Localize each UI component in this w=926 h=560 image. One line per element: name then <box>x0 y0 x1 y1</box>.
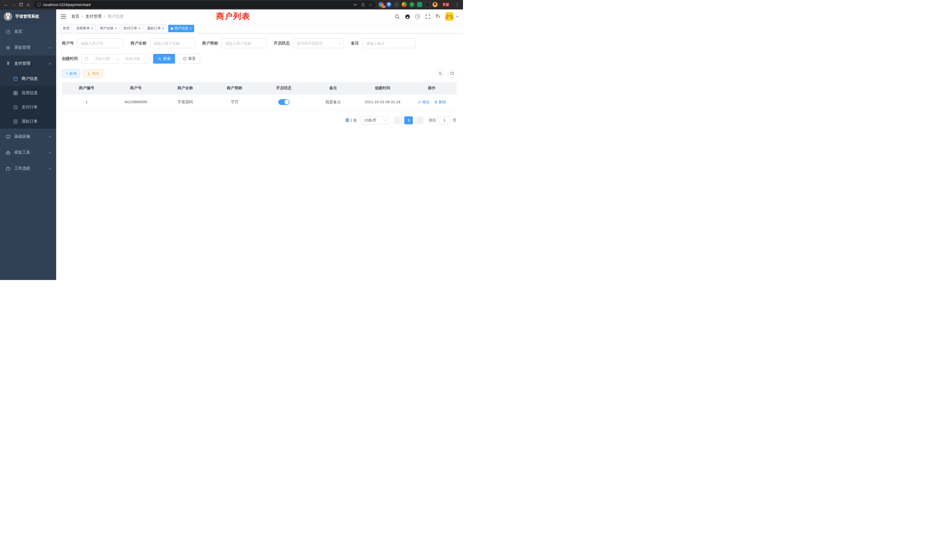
cell-create-time: 2021-10-23 08:31:14 <box>358 94 407 110</box>
goto-page-input[interactable] <box>439 117 451 124</box>
page-size-select[interactable]: 10条/页 <box>361 117 388 124</box>
short-name-input[interactable] <box>221 38 266 48</box>
text-size-icon[interactable]: TT <box>435 14 440 19</box>
share-icon[interactable] <box>361 3 365 7</box>
search-icon[interactable] <box>395 14 400 20</box>
goto-label: 前往 <box>429 118 436 123</box>
toolbox-icon <box>6 150 11 155</box>
extension-icon-3[interactable] <box>394 2 399 7</box>
breadcrumb-home[interactable]: 首页 <box>71 14 79 19</box>
help-icon[interactable]: ? <box>415 14 420 19</box>
sidebar-item-label: 支付订单 <box>22 104 38 110</box>
document-icon <box>13 119 18 124</box>
col-short-name: 商户简称 <box>210 82 259 94</box>
page-size-value: 10条/页 <box>364 118 377 123</box>
trash-icon <box>434 100 437 104</box>
extension-icon-6[interactable] <box>417 2 422 7</box>
avatar-caret-icon[interactable] <box>456 16 458 17</box>
grid-icon <box>13 91 18 95</box>
cell-merchant-id: 1 <box>62 94 111 110</box>
page-content: 商户号 商户全称 商户简称 开启状态 请选择开启状态 <box>56 33 463 280</box>
search-icon <box>438 71 442 76</box>
sidebar-item-merchant-info[interactable]: 商户信息 <box>0 71 56 86</box>
merchant-no-input[interactable] <box>77 38 123 48</box>
close-icon[interactable]: × <box>139 27 141 30</box>
address-bar[interactable]: i localhost:1024/pay/merchant ☆ <box>34 1 376 8</box>
status-toggle[interactable] <box>278 99 290 105</box>
tag-process-form[interactable]: 流程表单× <box>74 25 96 32</box>
sidebar-item-workflow[interactable]: 工作流程 <box>0 160 56 177</box>
remark-input[interactable] <box>362 38 415 48</box>
github-icon[interactable] <box>405 14 410 20</box>
browser-menu-icon[interactable]: ⋮ <box>454 2 461 7</box>
extension-icon-7[interactable] <box>425 2 430 7</box>
table-toolbar: + 新增 导出 <box>62 69 457 78</box>
payment-submenu: 商户信息 应用信息 支付订单 退款订单 <box>0 71 56 129</box>
sidebar-item-dev-tools[interactable]: 研发工具 <box>0 145 56 160</box>
breadcrumb-payment[interactable]: 支付管理 <box>86 14 101 19</box>
refresh-icon[interactable] <box>17 1 24 8</box>
create-time-range-picker[interactable]: 开始日期 - 结束日期 <box>81 54 150 64</box>
chevron-right-icon <box>418 119 421 122</box>
tag-pay-order[interactable]: 支付订单× <box>121 25 143 32</box>
url-text: localhost:1024/pay/merchant <box>43 3 351 7</box>
tag-refund-order[interactable]: 退款订单× <box>145 25 167 32</box>
extension-icon-5[interactable] <box>409 2 415 7</box>
sidebar-item-home[interactable]: 首页 <box>0 24 56 39</box>
export-button[interactable]: 导出 <box>83 69 103 78</box>
close-icon[interactable]: × <box>189 27 192 30</box>
page-1-button[interactable]: 1 <box>404 117 413 124</box>
sidebar-item-infrastructure[interactable]: 基础设施 <box>0 129 56 145</box>
extension-icon-4[interactable] <box>402 2 407 7</box>
sidebar-item-payment[interactable]: ¥ 支付管理 <box>0 56 56 71</box>
prev-page-button[interactable] <box>393 117 402 124</box>
bookmark-star-icon[interactable]: ☆ <box>369 3 372 7</box>
browser-profile-avatar[interactable] <box>433 2 437 7</box>
tag-home[interactable]: 首页 <box>60 25 72 32</box>
app-logo[interactable]: 芋道管理系统 <box>0 9 56 24</box>
sidebar-item-refund-order[interactable]: 退款订单 <box>0 114 56 129</box>
close-icon[interactable]: × <box>162 27 164 30</box>
sidebar-item-app-info[interactable]: 应用信息 <box>0 86 56 100</box>
home-icon[interactable]: ⌂ <box>24 1 32 8</box>
password-key-icon[interactable] <box>353 3 357 7</box>
refresh-table-button[interactable] <box>448 69 457 78</box>
col-actions: 操作 <box>407 82 457 94</box>
browser-update-button[interactable]: 更新 <box>440 1 452 8</box>
breadcrumb-current: 商户信息 <box>108 14 124 19</box>
chevron-left-icon <box>397 119 400 122</box>
status-select-placeholder: 请选择开启状态 <box>297 41 323 46</box>
full-name-input[interactable] <box>150 38 195 48</box>
close-icon[interactable]: × <box>115 27 117 30</box>
forward-icon[interactable]: → <box>10 1 17 8</box>
search-button[interactable]: 搜索 <box>153 54 175 64</box>
add-button[interactable]: + 新增 <box>62 69 80 78</box>
extension-icon-1[interactable]: 10 <box>378 2 384 7</box>
reset-button[interactable]: 重置 <box>178 54 200 64</box>
delete-link[interactable]: 删除 <box>434 100 446 104</box>
tag-merchant-info[interactable]: 商户信息× <box>168 25 194 32</box>
show-search-button[interactable] <box>436 69 445 78</box>
sidebar-item-system[interactable]: 系统管理 <box>0 39 56 56</box>
user-avatar[interactable] <box>445 12 454 21</box>
full-name-label: 商户全称 <box>130 41 147 46</box>
close-icon[interactable]: × <box>91 27 93 30</box>
status-select[interactable]: 请选择开启状态 <box>293 38 344 48</box>
extension-icon-2[interactable] <box>386 2 392 7</box>
col-status: 开启状态 <box>259 82 309 94</box>
sidebar-item-pay-order[interactable]: 支付订单 <box>0 100 56 114</box>
tag-user-group[interactable]: 用户分组× <box>97 25 120 32</box>
next-page-button[interactable] <box>415 117 424 124</box>
fullscreen-icon[interactable] <box>425 14 431 20</box>
breadcrumb-separator: / <box>82 14 83 19</box>
create-time-label: 创建时间 <box>62 56 78 61</box>
site-info-icon[interactable]: i <box>37 3 41 6</box>
chevron-down-icon <box>338 41 341 44</box>
filter-row-2: 创建时间 开始日期 - 结束日期 搜索 重置 <box>62 54 457 64</box>
edit-link[interactable]: 修改 <box>418 100 430 104</box>
tag-label: 退款订单 <box>147 26 161 31</box>
sidebar-toggle-icon[interactable] <box>61 15 66 18</box>
card-icon <box>13 76 18 81</box>
chevron-down-icon <box>383 118 386 121</box>
back-icon[interactable]: ← <box>2 1 10 8</box>
